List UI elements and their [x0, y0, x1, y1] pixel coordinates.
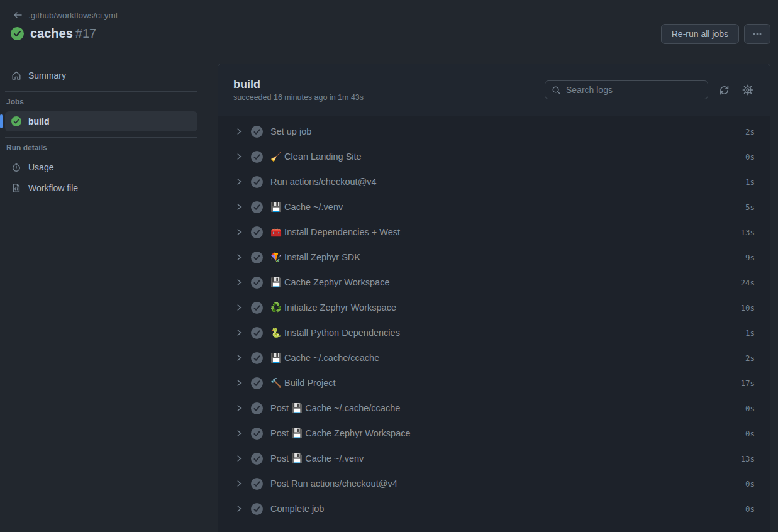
chevron-right-icon[interactable] — [235, 353, 243, 362]
back-arrow-icon[interactable] — [13, 10, 23, 20]
log-step-row[interactable]: Run actions/checkout@v4 1s — [218, 169, 770, 194]
step-success-icon — [251, 151, 263, 163]
step-name: Post 💾 Cache Zephyr Workspace — [270, 428, 745, 439]
log-step-row[interactable]: 🧰 Install Dependencies + West 13s — [218, 219, 770, 245]
sidebar-divider — [5, 91, 197, 92]
step-name: 🧹 Clean Landing Site — [270, 152, 745, 162]
job-status-text: succeeded 16 minutes ago in 1m 43s — [233, 93, 364, 102]
log-step-row[interactable]: Post 💾 Cache Zephyr Workspace 0s — [218, 421, 770, 446]
step-name: 🧰 Install Dependencies + West — [270, 227, 740, 238]
step-name: 🪁 Install Zephyr SDK — [270, 252, 745, 263]
step-duration: 0s — [745, 429, 755, 438]
chevron-right-icon[interactable] — [235, 328, 243, 337]
chevron-right-icon[interactable] — [235, 253, 243, 262]
log-settings-button[interactable] — [740, 82, 756, 98]
breadcrumb: .github/workflows/ci.yml — [13, 10, 118, 20]
chevron-right-icon[interactable] — [235, 127, 243, 136]
step-success-icon — [251, 428, 263, 440]
step-duration: 10s — [740, 303, 755, 313]
log-step-row[interactable]: 💾 Cache ~/.venv 5s — [218, 194, 770, 219]
chevron-right-icon[interactable] — [235, 379, 243, 387]
log-step-row[interactable]: Post Run actions/checkout@v4 0s — [218, 471, 770, 496]
breadcrumb-workflow-link[interactable]: .github/workflows/ci.yml — [28, 11, 118, 20]
chevron-right-icon[interactable] — [235, 177, 243, 186]
sidebar-item-label: Usage — [28, 162, 53, 172]
sidebar-item-summary[interactable]: Summary — [5, 65, 197, 86]
step-success-icon — [251, 252, 263, 263]
sidebar-item-usage[interactable]: Usage — [5, 157, 197, 177]
chevron-right-icon[interactable] — [235, 278, 243, 287]
refresh-icon — [719, 85, 730, 96]
step-duration: 17s — [740, 379, 755, 388]
step-duration: 2s — [745, 353, 755, 363]
step-success-icon — [251, 126, 263, 138]
step-success-icon — [251, 402, 263, 414]
chevron-right-icon[interactable] — [235, 429, 243, 438]
log-step-row[interactable]: 💾 Cache Zephyr Workspace 24s — [218, 270, 770, 295]
step-success-icon — [251, 352, 263, 364]
step-name: Post 💾 Cache ~/.cache/ccache — [270, 403, 745, 414]
job-success-icon — [11, 116, 21, 126]
step-name: Complete job — [270, 504, 745, 514]
search-icon — [552, 86, 561, 95]
sidebar-item-build[interactable]: build — [5, 111, 197, 131]
log-step-row[interactable]: 🔨 Build Project 17s — [218, 370, 770, 396]
step-success-icon — [251, 478, 263, 490]
chevron-right-icon[interactable] — [235, 152, 243, 161]
log-step-row[interactable]: Post 💾 Cache ~/.cache/ccache 0s — [218, 396, 770, 421]
run-success-icon — [11, 27, 24, 40]
sidebar-item-label: Workflow file — [28, 183, 78, 193]
chevron-right-icon[interactable] — [235, 504, 243, 513]
step-name: Post 💾 Cache ~/.venv — [270, 453, 740, 464]
chevron-right-icon[interactable] — [235, 228, 243, 236]
step-success-icon — [251, 327, 263, 339]
run-number: #17 — [75, 26, 96, 40]
kebab-menu-button[interactable] — [744, 24, 770, 44]
refresh-logs-button[interactable] — [716, 82, 732, 98]
job-log-panel: build succeeded 16 minutes ago in 1m 43s — [218, 64, 770, 532]
search-logs-box[interactable] — [545, 80, 708, 99]
chevron-right-icon[interactable] — [235, 202, 243, 211]
sidebar-item-workflow-file[interactable]: Workflow file — [5, 178, 197, 198]
gear-icon — [742, 84, 753, 96]
step-duration: 1s — [745, 328, 755, 338]
step-name: 💾 Cache Zephyr Workspace — [270, 277, 740, 288]
step-list: Set up job 2s 🧹 Clean Landing Site 0s Ru… — [218, 116, 770, 521]
chevron-right-icon[interactable] — [235, 454, 243, 463]
step-duration: 9s — [745, 253, 755, 262]
log-step-row[interactable]: Set up job 2s — [218, 119, 770, 144]
search-logs-input[interactable] — [566, 85, 701, 95]
jobs-section-label: Jobs — [6, 97, 197, 106]
step-duration: 1s — [745, 177, 755, 187]
step-duration: 24s — [740, 278, 755, 287]
step-success-icon — [251, 201, 263, 213]
step-duration: 0s — [745, 479, 755, 489]
step-name: 🐍 Install Python Dependencies — [270, 328, 745, 338]
rerun-all-jobs-button[interactable]: Re-run all jobs — [661, 24, 739, 44]
step-name: Post Run actions/checkout@v4 — [270, 479, 745, 489]
log-step-row[interactable]: Post 💾 Cache ~/.venv 13s — [218, 446, 770, 471]
chevron-right-icon[interactable] — [235, 404, 243, 413]
step-name: Set up job — [270, 126, 745, 136]
step-success-icon — [251, 377, 263, 389]
file-code-icon — [11, 183, 21, 193]
stopwatch-icon — [11, 162, 21, 172]
log-step-row[interactable]: 🧹 Clean Landing Site 0s — [218, 144, 770, 169]
step-success-icon — [251, 503, 263, 515]
log-step-row[interactable]: ♻️ Initialize Zephyr Workspace 10s — [218, 295, 770, 320]
home-icon — [11, 70, 21, 80]
log-step-row[interactable]: 💾 Cache ~/.cache/ccache 2s — [218, 345, 770, 370]
kebab-icon — [752, 29, 762, 39]
step-duration: 0s — [745, 152, 755, 162]
step-success-icon — [251, 277, 263, 289]
log-step-row[interactable]: Complete job 0s — [218, 496, 770, 521]
step-name: ♻️ Initialize Zephyr Workspace — [270, 302, 740, 313]
run-header: .github/workflows/ci.yml caches#17 Re-ru… — [0, 0, 778, 64]
step-duration: 13s — [740, 454, 755, 463]
step-success-icon — [251, 226, 263, 238]
chevron-right-icon[interactable] — [235, 303, 243, 312]
log-step-row[interactable]: 🪁 Install Zephyr SDK 9s — [218, 245, 770, 270]
page-title: caches#17 — [30, 26, 96, 41]
log-step-row[interactable]: 🐍 Install Python Dependencies 1s — [218, 320, 770, 345]
chevron-right-icon[interactable] — [235, 479, 243, 488]
